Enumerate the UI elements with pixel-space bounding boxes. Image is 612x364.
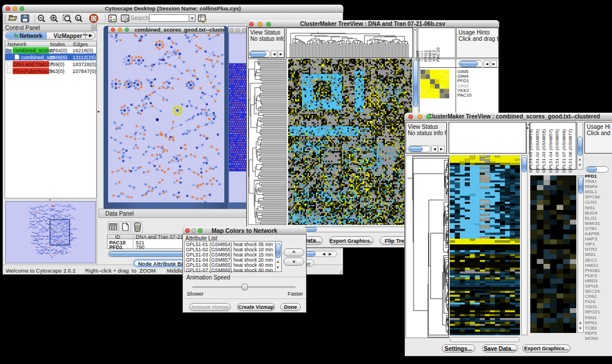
svg-text:1:1: 1:1 bbox=[76, 17, 82, 20]
